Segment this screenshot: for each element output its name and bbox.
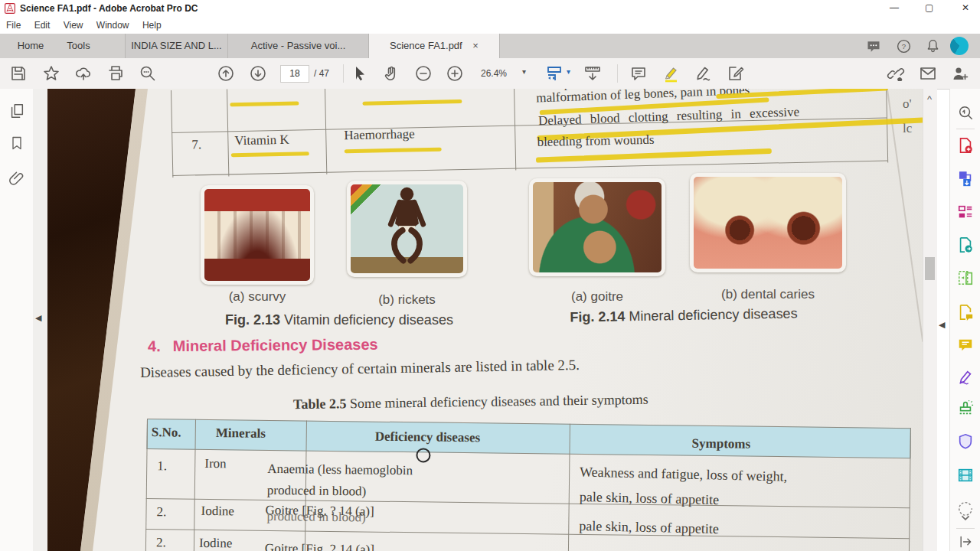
- menu-help[interactable]: Help: [142, 20, 162, 31]
- help-icon[interactable]: ?: [896, 38, 912, 54]
- table-border: [325, 89, 327, 174]
- row1-mineral: Iron: [204, 456, 227, 471]
- scrollbar-thumb[interactable]: [925, 257, 935, 280]
- window-title: Science FA1.pdf - Adobe Acrobat Pro DC: [20, 3, 198, 14]
- create-pdf-icon[interactable]: [957, 136, 974, 155]
- next-page-icon[interactable]: [249, 64, 267, 83]
- panel-divider: [956, 528, 975, 529]
- row3-sno: 2.: [156, 535, 166, 550]
- save-icon[interactable]: [9, 64, 28, 83]
- tab-doc-active-passive[interactable]: Active - Passive voi...: [227, 34, 369, 58]
- section-number: 4.: [148, 337, 161, 354]
- organize-pages-icon[interactable]: [957, 204, 974, 220]
- section-title: Mineral Deficiency Diseases: [173, 336, 378, 354]
- close-button[interactable]: ✕: [962, 2, 969, 13]
- tab-close-icon[interactable]: ×: [472, 40, 479, 51]
- notification-bell-icon[interactable]: [925, 38, 941, 54]
- page-nav-left-icon[interactable]: ◀: [35, 313, 41, 323]
- panel-divider: [956, 129, 975, 129]
- table-25-caption: Table 2.5 Some mineral deficiency diseas…: [293, 392, 648, 412]
- row1-symptom-line1: Weakness and fatigue, loss of weight,: [580, 464, 787, 484]
- table-border: [146, 498, 910, 508]
- star-icon[interactable]: [42, 64, 60, 83]
- edit-tools-icon[interactable]: [726, 64, 744, 83]
- vitamin-row-mineral: Vitamin K: [234, 132, 289, 148]
- minimize-button[interactable]: —: [890, 2, 899, 13]
- zoom-caret-icon[interactable]: ▾: [522, 67, 526, 76]
- tab-tools[interactable]: Tools: [57, 34, 100, 58]
- menu-file[interactable]: File: [6, 20, 21, 31]
- fig-213-caption: Fig. 2.13 Vitamin deficiency diseases: [186, 312, 492, 328]
- stamp-icon[interactable]: [957, 399, 974, 416]
- svg-text:?: ?: [902, 42, 906, 51]
- vertical-scrollbar[interactable]: ^: [923, 89, 937, 551]
- figure-caption: (b) dental caries: [690, 287, 846, 302]
- request-signatures-icon[interactable]: [957, 303, 974, 321]
- figure-image-scurvy: [201, 185, 314, 285]
- protect-icon[interactable]: [957, 433, 974, 450]
- table-border: [886, 89, 888, 162]
- share-cloud-icon[interactable]: [74, 64, 93, 83]
- page-display-caret-icon[interactable]: ▾: [567, 67, 570, 76]
- table-border: [144, 419, 148, 551]
- vitamin-table-fragment: 7. Vitamin K Haemorrhage susceptible to …: [171, 89, 892, 178]
- find-icon[interactable]: [139, 64, 157, 83]
- comment-tool-icon[interactable]: [629, 64, 648, 83]
- row1-disease-line1: Anaemia (less haemoglobin: [267, 461, 413, 478]
- row2-disease-ghost: produced in blood): [266, 509, 366, 526]
- menu-edit[interactable]: Edit: [34, 20, 51, 31]
- page-nav-right-icon[interactable]: ◀: [939, 320, 945, 330]
- table-25-label: Table 2.5: [293, 396, 347, 412]
- page-thumbnails-icon[interactable]: [8, 103, 25, 119]
- scroll-up-icon[interactable]: ^: [927, 93, 932, 105]
- open-panel-icon[interactable]: [958, 534, 973, 549]
- menu-view[interactable]: View: [64, 20, 83, 31]
- maximize-button[interactable]: ▢: [925, 2, 933, 13]
- symptom-text: bleeding from wounds: [537, 132, 654, 150]
- vitamin-row-disease: Haemorrhage: [344, 126, 415, 143]
- zoom-level-value[interactable]: 26.4%: [481, 68, 507, 79]
- table-border: [171, 90, 173, 178]
- bookmarks-icon[interactable]: [9, 135, 24, 152]
- send-for-review-icon[interactable]: [957, 236, 974, 254]
- sign-tool-icon[interactable]: [694, 64, 712, 83]
- acrobat-logo-icon: [5, 3, 15, 14]
- row2-symptom: pale skin, loss of appetite: [579, 518, 719, 537]
- tab-doc-science[interactable]: Science FA1.pdf ×: [368, 34, 500, 58]
- feedback-bubble-icon[interactable]: [865, 39, 882, 54]
- page-number-input[interactable]: 18: [280, 65, 309, 83]
- scan-crop-icon[interactable]: [957, 269, 974, 286]
- fig-213-text: Vitamin deficiency diseases: [280, 312, 453, 328]
- previous-page-icon[interactable]: [217, 64, 235, 83]
- more-tools-icon[interactable]: [957, 500, 974, 520]
- figure-image-goitre: [529, 178, 665, 276]
- comment-panel-icon[interactable]: [957, 337, 974, 354]
- rich-media-icon[interactable]: [957, 467, 974, 484]
- export-pdf-icon[interactable]: [957, 170, 974, 188]
- page-display-icon[interactable]: [545, 64, 564, 83]
- acrobat-window: Science FA1.pdf - Adobe Acrobat Pro DC —…: [0, 0, 980, 551]
- menu-window[interactable]: Window: [96, 20, 129, 31]
- tab-doc-india[interactable]: INDIA SIZE AND L...: [125, 34, 228, 58]
- tab-home[interactable]: Home: [8, 34, 54, 58]
- share-link-icon[interactable]: [887, 64, 905, 83]
- hand-tool-icon[interactable]: [382, 64, 400, 83]
- row1-disease-line2: produced in blood): [267, 483, 367, 500]
- email-icon[interactable]: [919, 64, 937, 83]
- mineral-table: S.No. Minerals Deficiency diseases Sympt…: [144, 419, 910, 551]
- fill-sign-icon[interactable]: [957, 369, 974, 386]
- print-icon[interactable]: [106, 64, 125, 83]
- highlight-tool-icon[interactable]: [662, 64, 680, 83]
- account-avatar[interactable]: [950, 37, 969, 55]
- highlight-mark: [230, 101, 299, 106]
- select-tool-icon[interactable]: [351, 64, 369, 83]
- scroll-mode-icon[interactable]: [583, 64, 602, 83]
- row1-sno: 1.: [157, 458, 167, 474]
- left-navigation-panel: [0, 89, 34, 551]
- add-person-icon[interactable]: [951, 64, 969, 83]
- document-viewport[interactable]: ◀ o' lc 7. Vitamin K Haemorrhage suscept…: [33, 89, 923, 551]
- search-tools-icon[interactable]: [957, 104, 974, 121]
- attachments-paperclip-icon[interactable]: [8, 170, 25, 188]
- zoom-out-icon[interactable]: [414, 64, 433, 83]
- zoom-in-icon[interactable]: [446, 64, 464, 83]
